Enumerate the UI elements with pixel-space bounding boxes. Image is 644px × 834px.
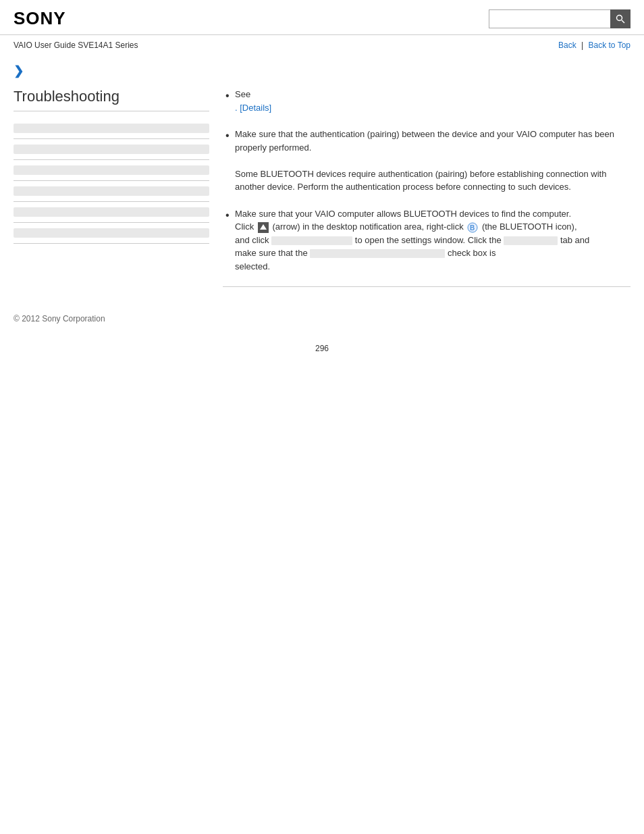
list-item	[14, 181, 209, 202]
content-divider	[223, 286, 630, 287]
svg-text:B: B	[470, 224, 475, 232]
list-item: See . [Details]	[223, 88, 630, 114]
search-area	[489, 9, 630, 28]
list-item	[14, 139, 209, 160]
list-item: Make sure that the authentication (pairi…	[223, 128, 630, 194]
svg-line-1	[622, 20, 624, 23]
list-item	[14, 202, 209, 223]
sidebar-item-placeholder	[14, 207, 209, 217]
page-number: 296	[0, 337, 644, 360]
breadcrumb-arrow[interactable]: ❯	[14, 64, 24, 78]
back-to-top-link[interactable]: Back to Top	[589, 41, 630, 50]
bullet3-text2: Click	[235, 221, 254, 232]
list-item	[14, 160, 209, 181]
guide-title: VAIO User Guide SVE14A1 Series	[14, 41, 138, 50]
breadcrumb-area: ❯	[0, 55, 644, 81]
sidebar-item-placeholder	[14, 228, 209, 238]
footer: © 2012 Sony Corporation	[0, 301, 644, 337]
bullet3-text8: make sure that the	[235, 248, 308, 258]
sony-logo: SONY	[14, 8, 66, 29]
details-link[interactable]: . [Details]	[235, 103, 271, 113]
sidebar-items	[14, 118, 209, 244]
nav-separator: |	[581, 41, 583, 50]
sidebar-item-placeholder	[14, 124, 209, 133]
inline-placeholder3	[310, 249, 445, 258]
sub-header-nav: Back | Back to Top	[558, 41, 630, 50]
bullet3-text4: (the BLUETOOTH icon),	[482, 221, 577, 232]
content-area: See . [Details] Make sure that the authe…	[223, 88, 630, 294]
inline-placeholder1	[271, 236, 352, 245]
bullet3-text1: Make sure that your VAIO computer allows…	[235, 209, 571, 219]
bullet3-text3: (arrow) in the desktop notification area…	[272, 221, 463, 232]
list-item: Make sure that your VAIO computer allows…	[223, 207, 630, 273]
bullet3-text5: and click	[235, 235, 269, 245]
arrow-up-icon	[258, 222, 269, 233]
search-input[interactable]	[489, 9, 610, 28]
sidebar: Troubleshooting	[14, 88, 209, 294]
bullet3-text10: selected.	[235, 261, 270, 271]
copyright: © 2012 Sony Corporation	[14, 314, 105, 323]
search-button[interactable]	[610, 9, 630, 28]
see-text: See	[235, 89, 250, 99]
list-item	[14, 223, 209, 244]
back-link[interactable]: Back	[558, 41, 576, 50]
sidebar-item-placeholder	[14, 145, 209, 154]
sub-header: VAIO User Guide SVE14A1 Series Back | Ba…	[0, 35, 644, 55]
sidebar-title: Troubleshooting	[14, 88, 209, 111]
sidebar-item-placeholder	[14, 165, 209, 175]
search-icon	[616, 14, 625, 24]
bullet3-text9: check box is	[448, 248, 496, 258]
bullet2-text1: Make sure that the authentication (pairi…	[235, 129, 614, 153]
sidebar-item-placeholder	[14, 186, 209, 196]
content-list: See . [Details] Make sure that the authe…	[223, 88, 630, 273]
bullet2-text2: Some BLUETOOTH devices require authentic…	[235, 169, 606, 192]
svg-point-0	[617, 15, 622, 20]
bullet3-text7: tab and	[560, 235, 589, 245]
main-layout: Troubleshooting	[0, 81, 644, 301]
bluetooth-icon: B	[467, 222, 478, 233]
inline-placeholder2	[504, 236, 558, 245]
bullet3-text6: to open the settings window. Click the	[355, 235, 502, 245]
header: SONY	[0, 0, 644, 35]
list-item	[14, 118, 209, 139]
